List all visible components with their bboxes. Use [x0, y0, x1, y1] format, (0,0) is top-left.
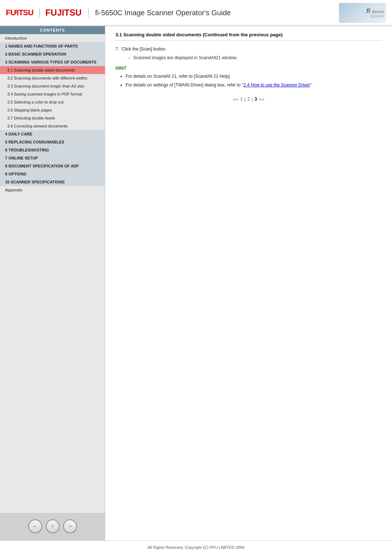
back-button[interactable]: ← [28, 519, 42, 533]
sidebar-item-ch7[interactable]: 7 ONLINE SETUP [0, 154, 105, 162]
step-sub-description: Scanned images are displayed in ScandAll… [133, 55, 237, 60]
sidebar-item-ch4[interactable]: 4 DAILY CARE [0, 130, 105, 138]
hint-item-1: For details on ScandAll 21, refer to [Sc… [126, 73, 382, 80]
sidebar-item-ch10[interactable]: 10 SCANNER SPECIFICATIONS [0, 178, 105, 186]
logo-area: FUj̇ITSU [6, 8, 40, 17]
sidebar-nav: Introduction 1 NAMES AND FUNCTIONS OF PA… [0, 34, 105, 513]
nav-buttons-area: ← ↑ → [0, 513, 105, 540]
hint-section: HINT For details on ScandAll 21, refer t… [115, 65, 382, 88]
sidebar-item-ch9[interactable]: 9 OPTIONS [0, 170, 105, 178]
footer-text: All Rights Reserved, Copyright (C) PFU L… [147, 545, 244, 550]
sidebar-item-s35[interactable]: 3.5 Selecting a color to drop out [0, 98, 105, 106]
page-header: FUj̇ITSU FUJITSU fi-5650C Image Scanner … [0, 0, 392, 26]
page-2[interactable]: 2 [246, 97, 251, 102]
sidebar-item-s36[interactable]: 3.6 Skipping blank pages [0, 106, 105, 114]
prev-page-nav[interactable]: «« [233, 96, 238, 102]
sidebar-item-ch3[interactable]: 3 SCANNING VARIOUS TYPES OF DOCUMENTS [0, 58, 105, 66]
up-button[interactable]: ↑ [46, 519, 60, 533]
sidebar-item-introduction[interactable]: Introduction [0, 34, 105, 42]
content-area: 3.1 Scanning double sided documents (Con… [105, 26, 392, 540]
next-page-nav[interactable]: »» [259, 96, 265, 102]
hint-text-1: For details on ScandAll 21, refer to [Sc… [126, 74, 231, 79]
pagination: «« 1 | 2 | 3 »» [115, 96, 382, 102]
sidebar-item-s38[interactable]: 3.8 Correcting skewed documents [0, 122, 105, 130]
sidebar: CONTENTS Introduction 1 NAMES AND FUNCTI… [0, 26, 105, 540]
logo-text: FUj̇ITSU [6, 8, 33, 17]
page-title: fi-5650C Image Scanner Operator's Guide [95, 9, 339, 17]
forward-button[interactable]: → [63, 519, 77, 533]
brand-logo-area: fi Series Scanner [339, 3, 386, 23]
fujitsu-logo-text: FUJITSU [45, 8, 82, 18]
hint-list: For details on ScandAll 21, refer to [Sc… [115, 73, 382, 88]
sidebar-item-ch5[interactable]: 5 REPLACING CONSUMABLES [0, 138, 105, 146]
arrow-icon: → [126, 55, 131, 60]
page-3-current: 3 [253, 97, 258, 102]
page-1[interactable]: 1 [239, 97, 244, 102]
sidebar-item-s34[interactable]: 3.4 Saving scanned images in PDF format [0, 90, 105, 98]
step-number: 7. [115, 46, 119, 52]
sidebar-item-s32[interactable]: 3.2 Scanning documents with different wi… [0, 74, 105, 82]
step-7: 7. Click the [Scan] button. [115, 46, 382, 52]
hint-text-before: For details on settings of [TWAIN Driver… [126, 82, 244, 88]
fi-logo: fi Series [366, 8, 384, 14]
main-layout: CONTENTS Introduction 1 NAMES AND FUNCTI… [0, 26, 392, 540]
sep-1: | [245, 97, 246, 102]
sidebar-item-ch6[interactable]: 6 TROUBLESHOOTING [0, 146, 105, 154]
hint-text-after: ". [310, 82, 313, 88]
brand-tagline: Scanner [371, 14, 384, 18]
sidebar-item-s33[interactable]: 3.3 Scanning document longer than A3 siz… [0, 82, 105, 90]
hint-label: HINT [115, 65, 382, 71]
fujitsu-logo: FUj̇ITSU [6, 8, 33, 17]
sidebar-item-ch2[interactable]: 2 BASIC SCANNER OPERATION [0, 50, 105, 58]
sidebar-item-ch8[interactable]: 8 DOCUMENT SPECIFICATION OF ADF [0, 162, 105, 170]
sidebar-item-appendix[interactable]: Appendix [0, 186, 105, 194]
sep-2: | [252, 97, 253, 102]
sidebar-item-ch1[interactable]: 1 NAMES AND FUNCTIONS OF PARTS [0, 42, 105, 50]
contents-header: CONTENTS [0, 26, 105, 34]
footer: All Rights Reserved, Copyright (C) PFU L… [0, 540, 392, 554]
step-text: Click the [Scan] button. [122, 46, 166, 52]
content-title: 3.1 Scanning double sided documents (Con… [115, 32, 382, 41]
scanner-driver-link[interactable]: 2.4 How to use the Scanner Driver [244, 82, 310, 88]
sidebar-item-s31[interactable]: 3.1 Scanning double sided documents [0, 66, 105, 74]
step-sub-text: → Scanned images are displayed in ScandA… [115, 55, 382, 60]
sidebar-item-s37[interactable]: 3.7 Detecting double-feeds [0, 114, 105, 122]
hint-item-2: For details on settings of [TWAIN Driver… [126, 82, 382, 88]
